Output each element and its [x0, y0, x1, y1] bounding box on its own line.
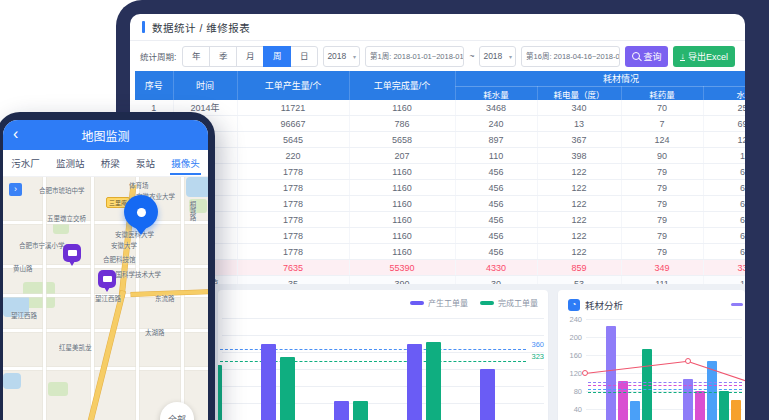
table-row: 9177811604561227967	[135, 228, 745, 244]
legend-item[interactable]: 产生工单量	[410, 297, 468, 308]
end-year-select[interactable]: 2018 ▾	[479, 46, 516, 67]
back-icon[interactable]: ‹	[13, 125, 18, 143]
phone-tab[interactable]: 泵站	[135, 151, 156, 175]
query-button-label: 查询	[643, 50, 661, 63]
phone-screen: ‹ 地图监测 污水厂监测站桥梁泵站摄像头	[3, 120, 208, 420]
dropdown-caret-icon: ▾	[353, 53, 356, 60]
start-week-input[interactable]: 第1周: 2018-01-01~2018-01-07	[365, 46, 464, 67]
consumable-bar	[695, 391, 705, 420]
table-cell: 1160	[349, 228, 455, 244]
query-button[interactable]: 查询	[625, 46, 668, 67]
table-cell: 7	[621, 116, 703, 132]
phone-tab[interactable]: 污水厂	[10, 151, 41, 175]
table-cell: 456	[455, 244, 537, 260]
map-label: 桐城路	[187, 201, 197, 221]
map-label: 安徽大学	[111, 240, 137, 250]
table-cell: 79	[621, 164, 703, 180]
table-row: 8177811604561227967	[135, 212, 745, 228]
table-cell: 332	[703, 260, 745, 276]
map-label: 合肥市宁溪小学	[19, 240, 65, 250]
camera-marker-icon[interactable]	[98, 270, 116, 288]
show-all-button[interactable]: 全部	[160, 402, 194, 420]
generated-orders-bar	[407, 344, 422, 420]
map-road	[181, 177, 184, 420]
table-cell: 1778	[237, 196, 349, 212]
trend-line-point	[685, 358, 691, 364]
table-cell: 122	[537, 212, 621, 228]
table-cell: 1160	[349, 164, 455, 180]
start-year-select[interactable]: 2018 ▾	[323, 46, 360, 67]
export-button-label: 导出Excel	[688, 50, 728, 63]
download-icon: ↓	[680, 52, 685, 61]
table-cell: 79	[621, 212, 703, 228]
consumable-bar	[618, 381, 628, 420]
table-cell: 129	[703, 132, 745, 148]
consumable-bar	[731, 400, 741, 420]
table-cell: 1160	[349, 100, 455, 116]
table-cell: 13	[537, 116, 621, 132]
period-option[interactable]: 季	[209, 46, 237, 67]
table-cell: 11721	[237, 100, 349, 116]
period-option[interactable]: 月	[236, 46, 264, 67]
filter-bar: 统计周期: 年季月周日 2018 ▾ 第1周: 2018-01-01~2018-…	[130, 41, 745, 71]
average-dashed-line	[588, 392, 742, 393]
period-segments: 年季月周日	[182, 46, 318, 67]
search-icon	[632, 52, 640, 60]
y-axis-tick-label: 160	[558, 351, 582, 360]
map-label: 体育场	[129, 180, 149, 190]
breadcrumb-bar: 数据统计 / 维修报表	[130, 14, 745, 41]
table-cell: 1778	[237, 212, 349, 228]
table-cell: 67	[703, 196, 745, 212]
gridline	[222, 318, 544, 319]
y-axis-tick-label: 80	[558, 387, 582, 396]
breadcrumb: 数据统计 / 维修报表	[152, 20, 250, 35]
table-cell: 456	[455, 164, 537, 180]
column-header: 工单完成量/个	[349, 71, 455, 100]
phone-tab[interactable]: 摄像头	[170, 151, 201, 175]
period-option[interactable]: 年	[182, 46, 210, 67]
table-cell: 79	[621, 228, 703, 244]
gridline	[586, 319, 742, 320]
table-cell: 220	[237, 148, 349, 164]
generated-orders-bar	[261, 344, 276, 420]
camera-marker-icon[interactable]	[63, 244, 81, 262]
table-cell: 79	[621, 180, 703, 196]
table-row: 5177811604561227967	[135, 164, 745, 180]
table-cell: 456	[455, 228, 537, 244]
table-cell: 7635	[237, 260, 349, 276]
table-cell: 1160	[349, 196, 455, 212]
period-option[interactable]: 日	[290, 46, 318, 67]
phone-tab[interactable]: 监测站	[55, 151, 86, 175]
table-cell: 1778	[237, 244, 349, 260]
dashboard-content-card: 数据统计 / 维修报表 统计周期: 年季月周日 2018 ▾ 第1周: 2018…	[130, 14, 745, 420]
selected-location-pin-icon[interactable]	[124, 195, 158, 229]
table-total-row: 合计7635553904330859349332	[135, 260, 745, 276]
table-cell: 90	[621, 148, 703, 164]
table-cell: 67	[703, 244, 745, 260]
table-cell: 4330	[455, 260, 537, 276]
map-expand-button[interactable]: ›	[9, 183, 22, 196]
map-view[interactable]: › 全部 合肥市琥珀中学体育场安徽农业大学桐城路三里庵五里墩立交桥安徽医科大学合…	[3, 177, 208, 420]
end-week-input[interactable]: 第16周: 2018-04-16~2018-04-22	[521, 46, 620, 67]
phone-tab[interactable]: 桥梁	[100, 151, 121, 175]
period-option[interactable]: 周	[263, 46, 291, 67]
legend-item[interactable]: 完成工单量	[480, 297, 538, 308]
chart-title: 耗材分析	[585, 298, 623, 312]
generated-orders-bar	[480, 369, 495, 420]
breadcrumb-accent-bar	[142, 21, 145, 33]
map-road	[91, 177, 94, 420]
map-road	[3, 265, 208, 268]
phone-mockup: ‹ 地图监测 污水厂监测站桥梁泵站摄像头	[0, 112, 215, 420]
column-header: 工单产生量/个	[237, 71, 349, 100]
export-excel-button[interactable]: ↓ 导出Excel	[673, 46, 735, 67]
table-cell: 5645	[237, 132, 349, 148]
table-cell: 1160	[349, 180, 455, 196]
table-cell: 79	[621, 196, 703, 212]
map-water-area	[3, 373, 21, 389]
table-cell: 67	[703, 212, 745, 228]
table-cell: 67	[703, 164, 745, 180]
phone-header: ‹ 地图监测	[3, 120, 208, 150]
legend-dash-icon	[410, 301, 424, 305]
maintenance-report-table: 序号时间工单产生量/个工单完成量/个耗材情况耗水量耗电量（度）耗药量水量1201…	[135, 71, 745, 292]
table-cell: 240	[455, 116, 537, 132]
